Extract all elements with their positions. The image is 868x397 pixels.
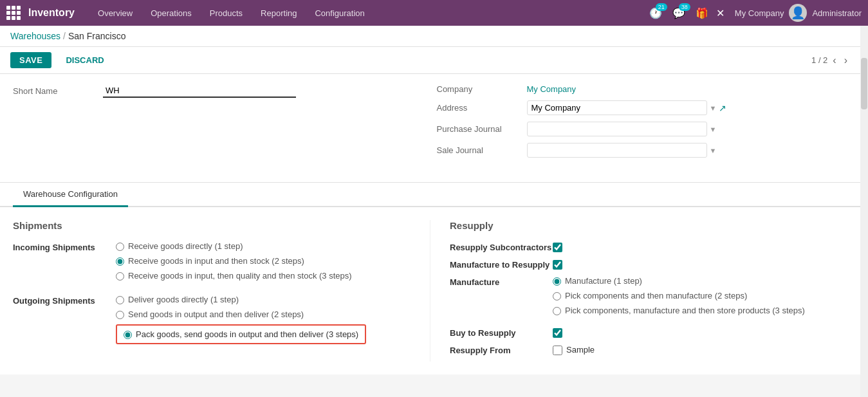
incoming-option-2: Receive goods in input and then stock (2…: [116, 256, 352, 266]
address-dropdown-arrow: ▼: [710, 104, 717, 112]
resupply-subcontractors-checkbox[interactable]: [553, 243, 562, 252]
pagination-text: 1 / 2: [811, 55, 827, 65]
app-name: Inventory: [28, 7, 75, 19]
outgoing-option-1: Deliver goods directly (1 step): [116, 295, 366, 304]
prev-button[interactable]: ‹: [830, 53, 838, 68]
form-area: Short Name Company My Company Address My…: [0, 74, 860, 183]
resupply-subcontractors-label: Resupply Subcontractors: [450, 241, 553, 252]
nav-menu: Overview Operations Products Reporting C…: [90, 5, 647, 22]
resupply-from-content: Sample: [553, 344, 595, 355]
form-col-left: Short Name: [13, 84, 424, 164]
purchase-journal-label: Purchase Journal: [437, 124, 527, 134]
manufacture-option-1: Manufacture (1 step): [553, 276, 805, 286]
resupply-title: Resupply: [450, 220, 847, 231]
shipments-title: Shipments: [13, 220, 411, 231]
scrollbar-thumb[interactable]: [861, 58, 867, 109]
purchase-journal-select[interactable]: [527, 122, 707, 136]
incoming-shipments-row: Incoming Shipments Receive goods directl…: [13, 241, 411, 286]
short-name-label: Short Name: [13, 86, 103, 96]
manufacture-option-3: Pick components, manufacture and then st…: [553, 306, 805, 315]
next-button[interactable]: ›: [842, 53, 850, 68]
navbar-right: 🕐 21 💬 38 🎁 ✕ My Company 👤 Administrator: [649, 4, 862, 22]
outgoing-radio-group: Deliver goods directly (1 step) Send goo…: [116, 295, 366, 344]
shipments-col: Shipments Incoming Shipments Receive goo…: [13, 220, 430, 362]
clock-icon-badge[interactable]: 🕐 21: [649, 7, 662, 19]
pagination: 1 / 2 ‹ ›: [811, 53, 850, 68]
outgoing-radio-3[interactable]: [124, 331, 132, 339]
outgoing-label-1: Deliver goods directly (1 step): [128, 295, 239, 304]
address-external-link-icon[interactable]: ↗: [719, 103, 726, 113]
manufacture-radio-label-3: Pick components, manufacture and then st…: [565, 306, 805, 315]
scrollbar-track[interactable]: [860, 26, 868, 397]
address-field: Address My Company ▼ ↗: [437, 100, 848, 115]
close-icon[interactable]: ✕: [716, 7, 725, 19]
manufacture-radio-3[interactable]: [553, 307, 561, 315]
config-content: Shipments Incoming Shipments Receive goo…: [0, 207, 860, 374]
incoming-radio-1[interactable]: [116, 243, 124, 251]
clock-badge: 21: [656, 3, 667, 11]
company-name[interactable]: My Company: [735, 8, 784, 18]
nav-reporting[interactable]: Reporting: [253, 5, 304, 22]
outgoing-shipments-row: Outgoing Shipments Deliver goods directl…: [13, 295, 411, 344]
manufacture-radio-label-1: Manufacture (1 step): [565, 276, 642, 286]
sale-journal-label: Sale Journal: [437, 145, 527, 155]
incoming-radio-3[interactable]: [116, 272, 124, 281]
buy-resupply-checkbox[interactable]: [553, 328, 562, 338]
username[interactable]: Administrator: [812, 8, 862, 18]
nav-products[interactable]: Products: [202, 5, 250, 22]
incoming-label-2: Receive goods in input and then stock (2…: [128, 256, 304, 266]
tabs: Warehouse Configuration: [0, 183, 860, 207]
manufacture-radio-1[interactable]: [553, 277, 561, 286]
short-name-input[interactable]: [103, 84, 296, 98]
page-content: Warehouses / San Francisco SAVE DISCARD …: [0, 26, 868, 397]
manufacture-resupply-label: Manufacture to Resupply: [450, 259, 553, 270]
address-select[interactable]: My Company: [527, 100, 707, 115]
sale-journal-select-container: ▼: [527, 143, 717, 158]
sale-journal-select[interactable]: [527, 143, 707, 158]
nav-operations[interactable]: Operations: [143, 5, 199, 22]
purchase-journal-arrow: ▼: [710, 125, 717, 133]
breadcrumb-current: San Francisco: [68, 31, 125, 41]
chat-icon-badge[interactable]: 💬 38: [672, 7, 685, 19]
address-select-container: My Company ▼ ↗: [527, 100, 727, 115]
nav-configuration[interactable]: Configuration: [307, 5, 372, 22]
outgoing-option-3-highlighted: Pack goods, send goods in output and the…: [116, 324, 366, 344]
outgoing-shipments-label: Outgoing Shipments: [13, 295, 116, 306]
breadcrumb-parent[interactable]: Warehouses: [10, 31, 60, 41]
breadcrumb-separator: /: [63, 31, 66, 41]
incoming-radio-2[interactable]: [116, 257, 124, 266]
outgoing-label-3: Pack goods, send goods in output and the…: [136, 329, 358, 339]
nav-overview[interactable]: Overview: [90, 5, 140, 22]
resupply-from-row: Resupply From Sample: [450, 344, 847, 355]
manufacture-row: Manufacture Manufacture (1 step) Pick co…: [450, 276, 847, 320]
save-button[interactable]: SAVE: [10, 52, 51, 68]
resupply-from-label: Resupply From: [450, 344, 553, 355]
short-name-field: Short Name: [13, 84, 424, 98]
incoming-shipments-label: Incoming Shipments: [13, 241, 116, 252]
avatar[interactable]: 👤: [789, 4, 807, 22]
incoming-radio-group: Receive goods directly (1 step) Receive …: [116, 241, 352, 286]
manufacture-label: Manufacture: [450, 276, 553, 287]
incoming-label-1: Receive goods directly (1 step): [128, 241, 243, 251]
company-field: Company My Company: [437, 84, 848, 94]
buy-resupply-label: Buy to Resupply: [450, 327, 553, 338]
gift-icon[interactable]: 🎁: [696, 7, 708, 19]
purchase-journal-field: Purchase Journal ▼: [437, 122, 848, 136]
grid-menu-icon[interactable]: [6, 6, 21, 20]
tab-warehouse-configuration[interactable]: Warehouse Configuration: [13, 183, 128, 207]
company-value[interactable]: My Company: [527, 84, 577, 94]
manufacture-option-2: Pick components and then manufacture (2 …: [553, 291, 805, 300]
tab-section: Warehouse Configuration Shipments Incomi…: [0, 183, 860, 374]
resupply-from-checkbox[interactable]: [553, 346, 562, 355]
manufacture-resupply-checkbox[interactable]: [553, 260, 562, 270]
manufacture-radio-2[interactable]: [553, 292, 561, 300]
discard-button[interactable]: DISCARD: [57, 52, 113, 68]
outgoing-radio-1[interactable]: [116, 296, 124, 304]
form-col-right: Company My Company Address My Company ▼ …: [437, 84, 848, 164]
incoming-option-1: Receive goods directly (1 step): [116, 241, 352, 251]
sale-journal-arrow: ▼: [710, 147, 717, 154]
outgoing-radio-2[interactable]: [116, 311, 124, 319]
chat-badge: 38: [679, 3, 690, 11]
buy-resupply-row: Buy to Resupply: [450, 327, 847, 338]
incoming-option-3: Receive goods in input, then quality and…: [116, 271, 352, 281]
